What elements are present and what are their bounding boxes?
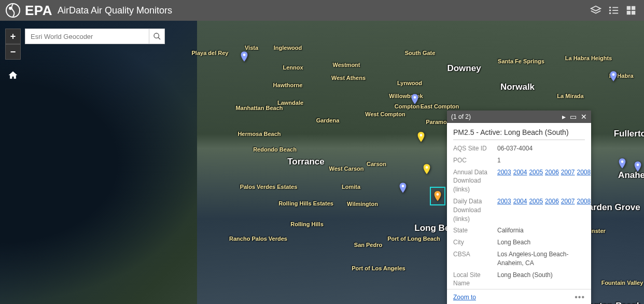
svg-rect-11 — [627, 11, 631, 15]
svg-rect-12 — [632, 11, 635, 15]
popup-counter: (1 of 2) — [451, 113, 471, 120]
svg-rect-10 — [632, 6, 635, 10]
year-link[interactable]: 2003 — [497, 198, 511, 205]
map-marker[interactable] — [610, 71, 617, 81]
year-link[interactable]: 2004 — [513, 198, 527, 205]
map-marker[interactable] — [432, 189, 443, 203]
svg-rect-9 — [627, 6, 631, 10]
map-marker[interactable] — [634, 161, 641, 172]
popup-actions-icon[interactable]: ••• — [575, 293, 585, 302]
popup-row-annual: Annual Data Download (links) 20032004200… — [453, 168, 585, 194]
layers-icon[interactable] — [588, 3, 604, 18]
popup-row-aqs: AQS Site ID 06-037-4004 — [453, 144, 585, 153]
svg-point-14 — [414, 96, 416, 99]
popup-row-cbsa: CBSA Los Angeles-Long Beach-Anaheim, CA — [453, 250, 585, 268]
year-link[interactable]: 2007 — [561, 198, 575, 205]
map-marker[interactable] — [423, 164, 430, 174]
svg-point-20 — [621, 160, 624, 163]
svg-rect-8 — [612, 13, 618, 14]
svg-point-1 — [9, 7, 12, 10]
map-marker[interactable] — [241, 51, 248, 62]
search-input[interactable] — [25, 33, 149, 40]
year-link[interactable]: 2008 — [577, 198, 591, 205]
svg-point-5 — [609, 9, 611, 11]
popup-dock-icon[interactable]: ▭ — [570, 113, 577, 120]
popup-close-icon[interactable]: ✕ — [581, 113, 587, 120]
popup-next-icon[interactable]: ▸ — [562, 113, 566, 120]
header-tools — [588, 3, 639, 18]
year-link[interactable]: 2006 — [545, 198, 559, 205]
epa-logo-icon — [5, 3, 21, 18]
year-link[interactable]: 2003 — [497, 169, 511, 176]
svg-line-24 — [158, 37, 160, 39]
svg-point-3 — [609, 7, 611, 9]
year-link[interactable]: 2004 — [513, 169, 527, 176]
map-marker[interactable] — [417, 132, 425, 142]
map-marker[interactable] — [411, 94, 418, 104]
zoom-controls: + − — [5, 29, 21, 60]
zoom-out-button[interactable]: − — [5, 44, 21, 60]
svg-point-17 — [402, 185, 404, 187]
daily-download-links: 2003200420052006200720082009201020112012… — [497, 197, 591, 223]
svg-point-16 — [426, 166, 428, 169]
map[interactable]: Playa del ReyVistaInglewoodLennoxWestmon… — [0, 21, 644, 304]
svg-marker-2 — [591, 6, 600, 11]
svg-point-21 — [637, 163, 639, 166]
logo: EPA — [5, 3, 52, 19]
zoom-in-button[interactable]: + — [5, 29, 21, 44]
popup-row-daily: Daily Data Download (links) 200320042005… — [453, 197, 585, 223]
svg-point-7 — [609, 12, 611, 15]
app-header: EPA AirData Air Quality Monitors — [0, 0, 644, 21]
search-box — [25, 29, 165, 44]
logo-text: EPA — [25, 3, 52, 19]
popup-body[interactable]: PM2.5 - Active: Long Beach (South) AQS S… — [447, 123, 591, 289]
svg-rect-6 — [612, 10, 618, 11]
zoom-to-link[interactable]: Zoom to — [453, 294, 476, 301]
year-link[interactable]: 2005 — [529, 198, 543, 205]
info-popup: (1 of 2) ▸ ▭ ✕ PM2.5 - Active: Long Beac… — [447, 110, 591, 304]
popup-row-state: State California — [453, 226, 585, 235]
home-button[interactable] — [5, 67, 21, 83]
search-button[interactable] — [149, 29, 164, 44]
year-link[interactable]: 2007 — [561, 169, 575, 176]
ocean-layer — [0, 21, 207, 304]
year-link[interactable]: 2005 — [529, 169, 543, 176]
popup-footer: Zoom to ••• — [447, 289, 591, 304]
svg-point-15 — [420, 134, 423, 136]
year-link[interactable]: 2006 — [545, 169, 559, 176]
popup-header: (1 of 2) ▸ ▭ ✕ — [447, 110, 591, 123]
svg-rect-4 — [612, 7, 618, 8]
popup-header-tools: ▸ ▭ ✕ — [562, 113, 587, 120]
app-title: AirData Air Quality Monitors — [58, 5, 172, 16]
popup-title: PM2.5 - Active: Long Beach (South) — [453, 128, 585, 140]
popup-row-poc: POC 1 — [453, 156, 585, 165]
year-link[interactable]: 2008 — [577, 169, 591, 176]
map-marker[interactable] — [619, 158, 626, 169]
legend-icon[interactable] — [606, 3, 621, 18]
svg-point-19 — [612, 73, 615, 76]
svg-point-13 — [243, 53, 246, 56]
svg-point-23 — [154, 33, 159, 38]
svg-point-18 — [437, 193, 439, 196]
popup-row-city: City Long Beach — [453, 238, 585, 247]
map-marker[interactable] — [399, 183, 407, 193]
popup-row-localsite: Local Site Name Long Beach (South) — [453, 271, 585, 288]
basemap-icon[interactable] — [623, 3, 639, 18]
annual-download-links: 2003200420052006200720082009201020112012… — [497, 168, 591, 194]
